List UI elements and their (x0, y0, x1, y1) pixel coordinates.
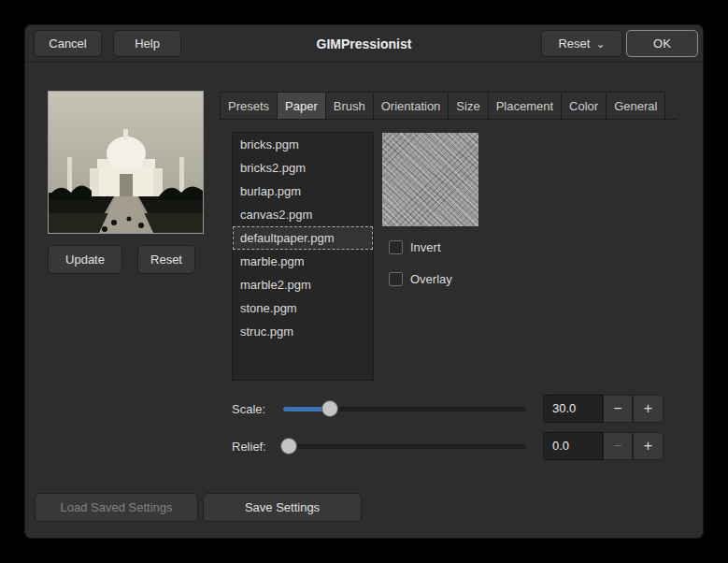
relief-label: Relief: (232, 440, 266, 454)
taj-mahal-preview-art (49, 92, 203, 233)
list-item[interactable]: bricks.pgm (233, 133, 373, 156)
list-item[interactable]: struc.pgm (233, 320, 373, 343)
save-settings-button[interactable]: Save Settings (203, 493, 362, 522)
list-item[interactable]: marble2.pgm (233, 273, 373, 296)
list-item[interactable]: canvas2.pgm (233, 203, 373, 226)
list-item[interactable]: stone.pgm (233, 296, 373, 320)
scale-decrement-button[interactable]: − (603, 395, 633, 423)
reset-menu-button[interactable]: Reset⌄ (541, 30, 622, 57)
preview-image (48, 91, 204, 234)
scale-increment-button[interactable]: + (633, 395, 664, 423)
overlay-label: Overlay (410, 272, 452, 286)
scale-slider-handle[interactable] (321, 400, 338, 417)
update-button[interactable]: Update (48, 245, 122, 274)
relief-increment-button[interactable]: + (633, 432, 664, 460)
relief-slider-track[interactable] (283, 444, 526, 449)
tab-general[interactable]: General (607, 92, 665, 119)
scale-label: Scale: (232, 402, 265, 416)
tab-presets[interactable]: Presets (220, 92, 278, 119)
overlay-checkbox-row: Overlay (389, 272, 452, 286)
paper-file-list: bricks.pgm bricks2.pgm burlap.pgm canvas… (232, 132, 374, 381)
list-item[interactable]: burlap.pgm (233, 180, 373, 203)
list-item[interactable]: marble.pgm (233, 250, 373, 273)
tab-placement[interactable]: Placement (489, 92, 562, 119)
chevron-down-icon: ⌄ (595, 37, 605, 51)
gimpressionist-dialog: Cancel Help GIMPressionist Reset⌄ OK (24, 24, 704, 539)
tab-size[interactable]: Size (449, 92, 488, 119)
tab-brush[interactable]: Brush (326, 92, 374, 119)
tab-orientation[interactable]: Orientation (374, 92, 450, 119)
paper-texture-preview (382, 133, 478, 226)
relief-decrement-button[interactable]: − (603, 432, 633, 460)
tab-color[interactable]: Color (562, 92, 607, 119)
list-item-selected[interactable]: defaultpaper.pgm (233, 226, 373, 250)
tab-paper[interactable]: Paper (278, 92, 326, 119)
relief-value-field[interactable]: 0.0 (543, 432, 603, 460)
overlay-checkbox[interactable] (389, 272, 403, 286)
load-saved-settings-button[interactable]: Load Saved Settings (35, 493, 198, 522)
invert-checkbox-row: Invert (389, 240, 441, 254)
invert-checkbox[interactable] (389, 240, 403, 254)
reset-menu-label: Reset (558, 36, 590, 51)
relief-slider-handle[interactable] (280, 438, 297, 455)
ok-button[interactable]: OK (626, 30, 698, 57)
scale-value-field[interactable]: 30.0 (543, 395, 603, 423)
notebook-tabs: Presets Paper Brush Orientation Size Pla… (220, 92, 678, 120)
list-item[interactable]: bricks2.pgm (233, 156, 373, 180)
preview-reset-button[interactable]: Reset (137, 245, 195, 274)
invert-label: Invert (410, 240, 441, 254)
dialog-header: Cancel Help GIMPressionist Reset⌄ OK (25, 25, 703, 63)
